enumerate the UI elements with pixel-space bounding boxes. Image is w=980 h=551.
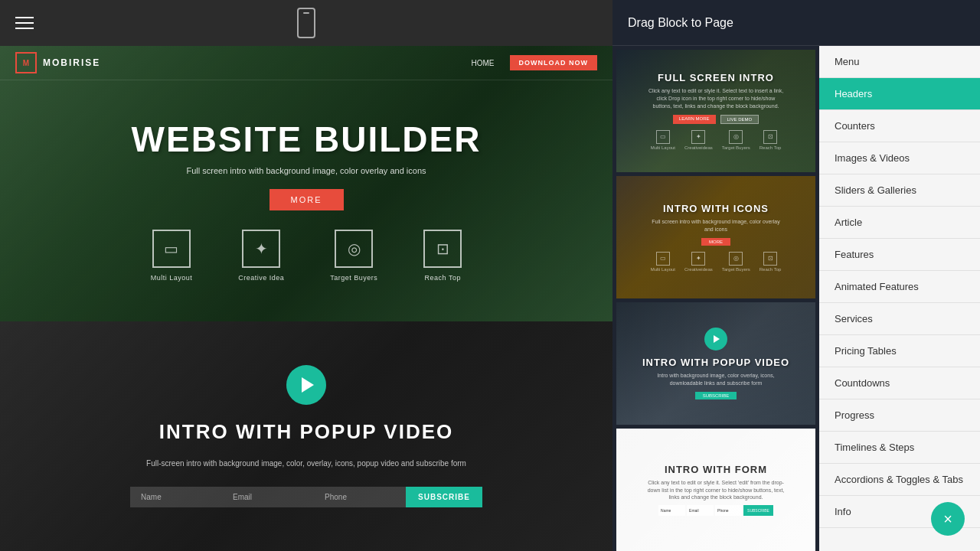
thumb-1-desc: Click any text to edit or style it. Sele… <box>647 87 785 109</box>
sidebar-item-article[interactable]: Article <box>819 207 980 239</box>
thumb-2-label: INTRO WITH ICONS <box>663 203 769 214</box>
thumb-4-overlay: INTRO WITH FORM Click any text to edit o… <box>616 429 815 551</box>
hero-icon-label-4: Reach Top <box>425 274 461 282</box>
creative-idea-icon: ✦ <box>242 230 280 268</box>
thumb-4-label: INTRO WITH FORM <box>665 464 767 475</box>
thumb-3-btn: SUBSCRIBE <box>695 392 737 399</box>
thumb-1-icon-4: ⊡ Reach Top <box>760 130 782 150</box>
panel-header: Drag Block to Page <box>612 0 980 46</box>
sidebar-item-animated-features[interactable]: Animated Features <box>819 271 980 303</box>
sidebar-item-services[interactable]: Services <box>819 303 980 335</box>
video-title: INTRO WITH POPUP VIDEO <box>159 420 453 444</box>
preview-area: M MOBIRISE HOME DOWNLOAD NOW WEBSITE BUI… <box>0 0 612 551</box>
hero-icon-item-3: ◎ Target Buyers <box>330 230 377 282</box>
thumb-intro-with-form[interactable]: INTRO WITH FORM Click any text to edit o… <box>616 429 815 551</box>
thumb-1-learn-btn: LEARN MORE <box>673 115 716 124</box>
sidebar-item-timelines-steps[interactable]: Timelines & Steps <box>819 432 980 464</box>
thumb-4-input-3: Phone <box>715 505 742 516</box>
thumb-4-form: Name Email Phone SUBSCRIBE <box>658 505 773 516</box>
thumb-intro-popup-video[interactable]: INTRO WITH POPUP VIDEO Intro with backgr… <box>616 302 815 425</box>
thumb-2-icon-2: ✦ Creativeideas <box>684 252 713 272</box>
thumb-3-label: INTRO WITH POPUP VIDEO <box>642 357 789 368</box>
thumb-3-play-btn <box>704 328 727 350</box>
sidebar-item-progress[interactable]: Progress <box>819 399 980 432</box>
hero-nav: M MOBIRISE HOME DOWNLOAD NOW <box>0 46 612 80</box>
phone-input[interactable] <box>314 487 406 507</box>
sidebar-item-features[interactable]: Features <box>819 239 980 271</box>
thumb-1-overlay: FULL SCREEN INTRO Click any text to edit… <box>616 50 815 172</box>
name-input[interactable] <box>130 487 222 507</box>
thumb-4-input-2: Email <box>687 505 714 516</box>
thumb-2-icons: ▭ Multi Layout ✦ Creativeideas ◎ Target … <box>651 252 782 272</box>
website-preview: M MOBIRISE HOME DOWNLOAD NOW WEBSITE BUI… <box>0 46 612 551</box>
hero-content: WEBSITE BUILDER Full screen intro with b… <box>116 80 497 321</box>
toolbar <box>0 0 612 46</box>
thumb-4-submit: SUBSCRIBE <box>743 505 773 516</box>
hero-icon-label-1: Multi Layout <box>151 274 193 282</box>
device-icon <box>297 8 315 38</box>
play-icon <box>302 377 314 393</box>
hero-more-btn[interactable]: MORE <box>270 189 344 210</box>
video-subtitle: Full-screen intro with background image,… <box>146 459 466 468</box>
hero-icon-item-4: ⊡ Reach Top <box>423 230 462 282</box>
hero-icon-item-2: ✦ Creative Idea <box>238 230 284 282</box>
panel-title: Drag Block to Page <box>628 16 733 30</box>
subscribe-form: SUBSCRIBE <box>130 487 482 507</box>
nav-home-link[interactable]: HOME <box>472 59 495 67</box>
hero-icon-item-1: ▭ Multi Layout <box>151 230 193 282</box>
close-button[interactable]: × <box>931 502 965 536</box>
hero-title: WEBSITE BUILDER <box>132 120 482 159</box>
thumb-2-icon-1: ▭ Multi Layout <box>651 252 675 272</box>
nav-list-column: Menu Headers Counters Images & Videos Sl… <box>819 46 980 551</box>
video-section: INTRO WITH POPUP VIDEO Full-screen intro… <box>0 321 612 551</box>
thumb-2-icon-4: ⊡ Reach Top <box>760 252 782 272</box>
thumb-intro-with-icons[interactable]: INTRO WITH ICONS Full screen intro with … <box>616 176 815 298</box>
sidebar-item-countdowns[interactable]: Countdowns <box>819 367 980 399</box>
phone-device-icon <box>297 8 315 38</box>
logo-area: M MOBIRISE <box>15 52 100 73</box>
thumb-1-icon-3: ◎ Target Buyers <box>722 130 750 150</box>
multi-layout-icon: ▭ <box>152 230 191 268</box>
nav-links: HOME DOWNLOAD NOW <box>472 55 598 70</box>
hero-icon-label-3: Target Buyers <box>330 274 377 282</box>
email-input[interactable] <box>222 487 314 507</box>
thumb-1-icon-1: ▭ Multi Layout <box>651 130 675 150</box>
right-panel: Drag Block to Page FULL SCREEN INTRO Cli… <box>612 0 980 551</box>
thumb-1-icons: ▭ Multi Layout ✦ Creativeideas ◎ Target … <box>651 130 782 150</box>
thumb-1-icon-2: ✦ Creativeideas <box>684 130 713 150</box>
play-button[interactable] <box>286 365 326 405</box>
reach-top-icon: ⊡ <box>423 230 462 268</box>
thumb-1-live-btn: LIVE DEMO <box>720 115 760 124</box>
thumb-2-desc: Full screen intro with background image,… <box>647 218 785 233</box>
thumb-2-icon-3: ◎ Target Buyers <box>722 252 750 272</box>
hero-section: M MOBIRISE HOME DOWNLOAD NOW WEBSITE BUI… <box>0 46 612 321</box>
thumb-2-overlay: INTRO WITH ICONS Full screen intro with … <box>616 176 815 298</box>
sidebar-item-sliders-galleries[interactable]: Sliders & Galleries <box>819 174 980 207</box>
panel-content: FULL SCREEN INTRO Click any text to edit… <box>612 46 980 551</box>
sidebar-item-accordions-toggles-tabs[interactable]: Accordions & Toggles & Tabs <box>819 464 980 496</box>
logo-text: MOBIRISE <box>43 57 100 68</box>
thumb-1-label: FULL SCREEN INTRO <box>658 72 774 83</box>
logo-icon: M <box>15 52 37 73</box>
target-buyers-icon: ◎ <box>335 230 373 268</box>
hamburger-menu[interactable] <box>15 17 34 29</box>
hero-icons: ▭ Multi Layout ✦ Creative Idea ◎ Target … <box>151 230 462 282</box>
thumb-4-desc: Click any text to edit or style it. Sele… <box>647 479 785 501</box>
thumb-2-btn: MORE <box>701 238 730 246</box>
thumb-3-overlay: INTRO WITH POPUP VIDEO Intro with backgr… <box>616 302 815 425</box>
sidebar-item-pricing-tables[interactable]: Pricing Tables <box>819 335 980 367</box>
thumb-full-screen-intro[interactable]: FULL SCREEN INTRO Click any text to edit… <box>616 50 815 172</box>
hero-subtitle: Full screen intro with background image,… <box>186 166 426 175</box>
thumb-4-input-1: Name <box>658 505 685 516</box>
subscribe-btn[interactable]: SUBSCRIBE <box>406 487 482 507</box>
hero-icon-label-2: Creative Idea <box>238 274 284 282</box>
thumbnails-column: FULL SCREEN INTRO Click any text to edit… <box>612 46 819 551</box>
sidebar-item-menu[interactable]: Menu <box>819 46 980 78</box>
sidebar-item-images-videos[interactable]: Images & Videos <box>819 142 980 174</box>
download-btn[interactable]: DOWNLOAD NOW <box>510 55 598 70</box>
sidebar-item-headers[interactable]: Headers <box>819 78 980 110</box>
thumb-3-play-icon <box>714 335 720 343</box>
sidebar-item-counters[interactable]: Counters <box>819 110 980 142</box>
thumb-3-desc: Intro with background image, color overl… <box>647 372 785 387</box>
